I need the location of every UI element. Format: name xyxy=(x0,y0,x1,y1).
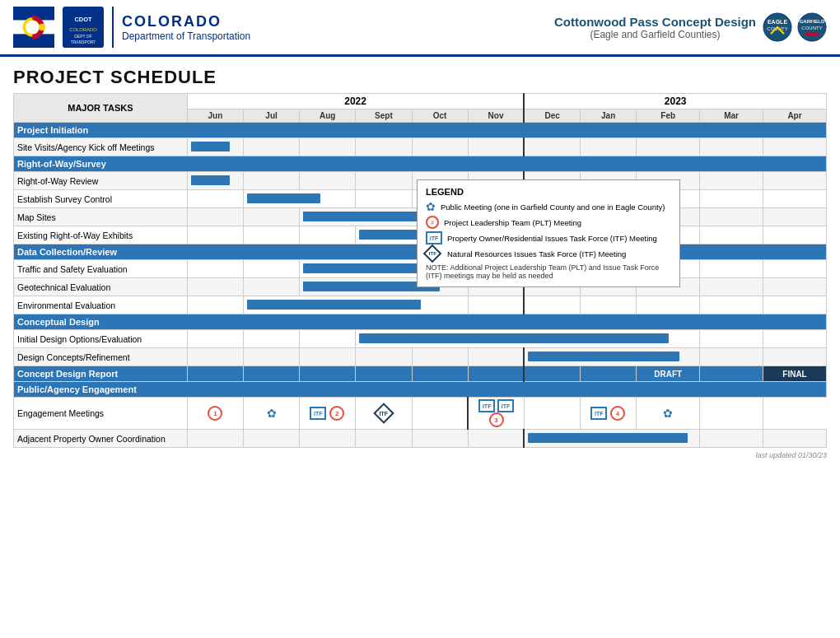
svg-point-5 xyxy=(26,21,40,35)
plt-meeting-4: 4 xyxy=(610,406,625,421)
legend-item-itf-diamond: ITF Natural Resources Issues Task Force … xyxy=(426,247,671,260)
legend-box: LEGEND ✿ Public Meeting (one in Garfield… xyxy=(417,179,680,287)
plt-meeting-3: 3 xyxy=(489,412,504,427)
itf-icon-1: ITF xyxy=(310,407,326,420)
legend-itf-square-icon: ITF xyxy=(426,231,442,244)
section-engagement: Public/Agency Engagement xyxy=(14,382,827,398)
last-updated: last updated 01/30/23 xyxy=(755,451,827,459)
eagle-county-logo: EAGLE COUNTY xyxy=(763,12,792,42)
month-sept: Sept xyxy=(356,109,412,123)
plt-meeting-icon-1: 1 xyxy=(208,406,222,421)
svg-rect-18 xyxy=(805,32,819,36)
month-mar: Mar xyxy=(700,109,763,123)
colorado-text: COLORADO xyxy=(122,13,250,30)
legend-item-public: ✿ Public Meeting (one in Garfield County… xyxy=(426,200,671,213)
section-report: Concept Design Report DRAFT FINAL xyxy=(14,366,827,382)
legend-note: NOTE: Additional Project Leadership Team… xyxy=(426,263,671,280)
svg-point-6 xyxy=(39,24,45,30)
page-title: PROJECT SCHEDULE xyxy=(13,67,827,88)
year-2022: 2022 xyxy=(187,94,524,109)
svg-text:CDOT: CDOT xyxy=(74,16,92,23)
legend-item-itf-square: ITF Property Owner/Residential Issues Ta… xyxy=(426,231,671,244)
legend-public-text: Public Meeting (one in Garfield County a… xyxy=(441,203,665,212)
dept-text: COLORADO Department of Transportation xyxy=(122,13,250,42)
logo-section: CDOT COLORADO DEPT OF TRANSPORT COLORADO… xyxy=(13,7,250,48)
legend-item-plt: # Project Leadership Team (PLT) Meeting xyxy=(426,216,671,229)
sun-icon-2: ✿ xyxy=(660,406,675,421)
svg-text:EAGLE: EAGLE xyxy=(768,19,787,25)
legend-sun-icon: ✿ xyxy=(426,200,436,213)
colorado-flag-logo xyxy=(13,7,54,48)
month-feb: Feb xyxy=(637,109,700,123)
page-header: CDOT COLORADO DEPT OF TRANSPORT COLORADO… xyxy=(0,0,840,57)
legend-plt-icon: # xyxy=(426,216,439,229)
itf-diamond-icon: ITF xyxy=(373,403,394,423)
garfield-county-logo: GARFIELD COUNTY xyxy=(797,12,827,42)
month-nov: Nov xyxy=(468,109,524,123)
month-aug: Aug xyxy=(300,109,356,123)
year-2023: 2023 xyxy=(524,94,826,109)
task-design-concepts: Design Concepts/Refinement xyxy=(14,348,827,366)
legend-itf-square-text: Property Owner/Residential Issues Task F… xyxy=(447,234,657,243)
legend-itf-diamond-icon: ITF xyxy=(423,244,442,263)
major-tasks-header: MAJOR TASKS xyxy=(14,94,188,123)
task-initial-design: Initial Design Options/Evaluation xyxy=(14,330,827,348)
itf-icon-3: ITF xyxy=(497,399,514,412)
task-engagement-meetings: Engagement Meetings 1 ✿ ITF 2 ITF xyxy=(14,398,827,430)
footer: last updated 01/30/23 xyxy=(0,448,840,463)
legend-itf-diamond-text: Natural Resources Issues Task Force (ITF… xyxy=(447,249,626,258)
header-right: Cottonwood Pass Concept Design (Eagle an… xyxy=(554,12,827,42)
plt-meeting-2: 2 xyxy=(329,406,344,421)
month-dec: Dec xyxy=(524,109,580,123)
header-logos: EAGLE COUNTY GARFIELD COUNTY xyxy=(763,12,827,42)
month-apr: Apr xyxy=(763,109,827,123)
section-row-survey: Right-of-Way/Survey xyxy=(14,156,827,172)
itf-icon-4: ITF xyxy=(590,407,607,420)
legend-plt-text: Project Leadership Team (PLT) Meeting xyxy=(444,218,581,227)
task-site-visits: Site Visits/Agency Kick off Meetings xyxy=(14,138,827,156)
svg-text:GARFIELD: GARFIELD xyxy=(800,19,825,24)
task-env: Environmental Evaluation xyxy=(14,296,827,314)
page-title-section: PROJECT SCHEDULE xyxy=(0,57,840,93)
sun-icon-1: ✿ xyxy=(264,406,279,421)
month-jul: Jul xyxy=(243,109,299,123)
svg-text:COLORADO: COLORADO xyxy=(69,27,97,32)
legend-title: LEGEND xyxy=(426,187,671,197)
svg-text:COUNTY: COUNTY xyxy=(801,26,822,30)
dept-name: Department of Transportation xyxy=(122,30,250,42)
month-jun: Jun xyxy=(187,109,243,123)
month-oct: Oct xyxy=(412,109,468,123)
project-title: Cottonwood Pass Concept Design xyxy=(554,15,756,29)
header-divider xyxy=(112,7,114,48)
svg-text:DEPT OF: DEPT OF xyxy=(74,34,92,39)
section-project-initiation: Project Initiation xyxy=(14,123,827,138)
month-jan: Jan xyxy=(581,109,637,123)
task-property-owner: Adjacent Property Owner Coordination xyxy=(14,430,827,448)
cdot-logo: CDOT COLORADO DEPT OF TRANSPORT xyxy=(63,7,104,48)
svg-text:TRANSPORT: TRANSPORT xyxy=(71,40,96,44)
project-subtitle: (Eagle and Garfield Counties) xyxy=(554,29,756,40)
gantt-wrapper: MAJOR TASKS 2022 2023 Jun Jul Aug Sept O… xyxy=(13,93,827,448)
gantt-section: MAJOR TASKS 2022 2023 Jun Jul Aug Sept O… xyxy=(0,93,840,448)
itf-icon-2: ITF xyxy=(478,399,495,412)
year-header-row: MAJOR TASKS 2022 2023 xyxy=(14,94,827,109)
section-conceptual: Conceptual Design xyxy=(14,314,827,330)
